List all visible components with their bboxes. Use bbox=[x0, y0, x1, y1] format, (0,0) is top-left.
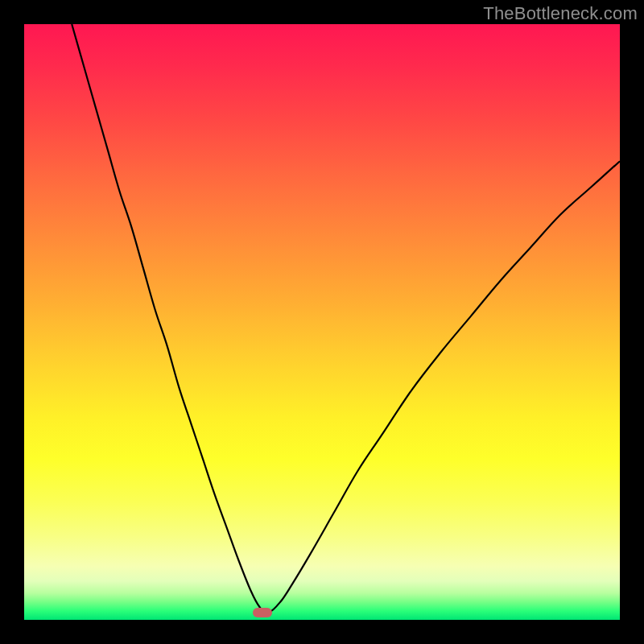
plot-area bbox=[24, 24, 620, 620]
chart-frame: TheBottleneck.com bbox=[0, 0, 644, 644]
watermark-text: TheBottleneck.com bbox=[483, 3, 638, 24]
curve-svg bbox=[24, 24, 620, 620]
bottleneck-curve bbox=[72, 24, 620, 613]
minimum-marker bbox=[253, 608, 272, 617]
